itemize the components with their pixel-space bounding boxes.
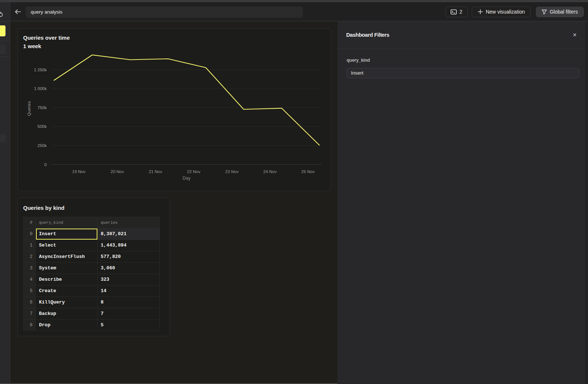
- svg-text:22 Nov: 22 Nov: [187, 169, 200, 174]
- svg-text:20 Nov: 20 Nov: [110, 169, 124, 174]
- svg-text:19 Nov: 19 Nov: [72, 169, 86, 174]
- svg-text:1 000k: 1 000k: [34, 86, 47, 91]
- svg-text:23 Nov: 23 Nov: [225, 169, 239, 174]
- svg-text:21 Nov: 21 Nov: [148, 169, 162, 174]
- svg-text:Queries: Queries: [26, 101, 31, 116]
- svg-text:750k: 750k: [37, 105, 47, 110]
- svg-text:Day: Day: [182, 176, 190, 181]
- svg-text:24 Nov: 24 Nov: [263, 169, 277, 174]
- svg-text:250k: 250k: [37, 143, 47, 147]
- svg-text:500k: 500k: [37, 124, 47, 129]
- svg-text:25 Nov: 25 Nov: [301, 169, 315, 174]
- svg-text:1 250k: 1 250k: [34, 67, 47, 72]
- svg-text:0: 0: [44, 162, 46, 166]
